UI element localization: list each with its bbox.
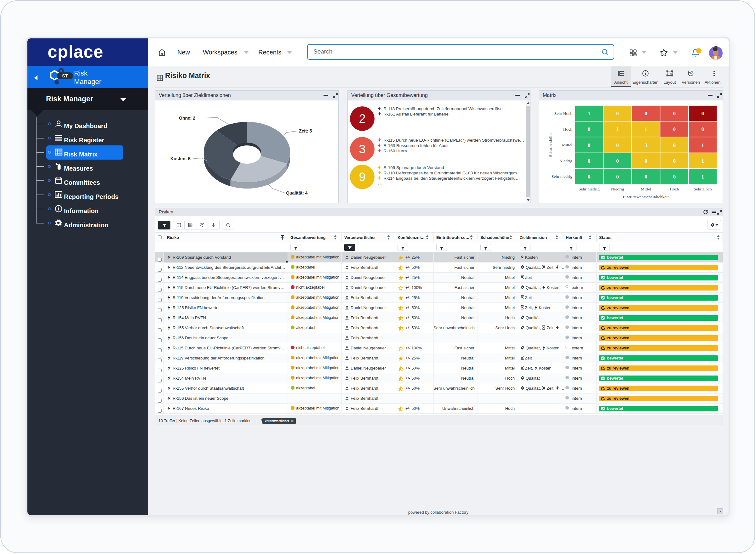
svg-text:0: 0: [645, 158, 647, 164]
svg-text:Niedrig: Niedrig: [611, 187, 624, 191]
svg-text:Hoch: Hoch: [670, 187, 679, 191]
svg-text:0: 0: [645, 174, 647, 180]
svg-text:0: 0: [588, 142, 591, 148]
svg-text:1: 1: [702, 158, 704, 164]
svg-text:0: 0: [645, 110, 647, 116]
svg-text:1: 1: [588, 110, 591, 116]
svg-text:0: 0: [616, 174, 619, 180]
svg-text:0: 0: [702, 126, 704, 132]
svg-text:Zeit: 5: Zeit: 5: [299, 128, 312, 133]
svg-text:Sehr Hoch: Sehr Hoch: [694, 187, 712, 191]
svg-text:0: 0: [673, 142, 676, 148]
svg-text:Sehr niedrig: Sehr niedrig: [552, 174, 573, 179]
svg-text:Hoch: Hoch: [563, 127, 572, 131]
svg-text:0: 0: [673, 126, 676, 132]
svg-text:1: 1: [702, 174, 704, 180]
svg-text:0: 0: [616, 110, 619, 116]
svg-text:1: 1: [616, 126, 619, 132]
svg-text:Qualität: 4: Qualität: 4: [286, 190, 308, 196]
svg-text:1: 1: [645, 126, 647, 132]
svg-text:Sehr niedrig: Sehr niedrig: [578, 187, 600, 191]
svg-text:0: 0: [702, 110, 704, 116]
svg-text:Sehr Hoch: Sehr Hoch: [554, 111, 573, 116]
svg-text:0: 0: [673, 158, 676, 164]
svg-text:Eintrittswahrscheinlichkeit: Eintrittswahrscheinlichkeit: [623, 195, 669, 199]
svg-text:0: 0: [588, 158, 591, 164]
svg-text:Schadenshöhe: Schadenshöhe: [548, 132, 553, 157]
svg-text:Kosten: 5: Kosten: 5: [170, 156, 191, 161]
svg-text:0: 0: [588, 126, 591, 132]
svg-text:Mittel: Mittel: [562, 143, 572, 147]
svg-text:0: 0: [673, 110, 676, 116]
svg-text:0: 0: [588, 174, 591, 180]
svg-text:Niedrig: Niedrig: [559, 158, 572, 163]
svg-text:0: 0: [616, 142, 619, 148]
svg-text:0: 0: [673, 174, 676, 180]
svg-text:1: 1: [702, 142, 704, 148]
svg-text:Mittel: Mittel: [641, 187, 651, 191]
svg-text:Ohne: 2: Ohne: 2: [179, 115, 195, 120]
svg-text:3: 3: [645, 142, 647, 148]
svg-text:0: 0: [616, 158, 619, 164]
